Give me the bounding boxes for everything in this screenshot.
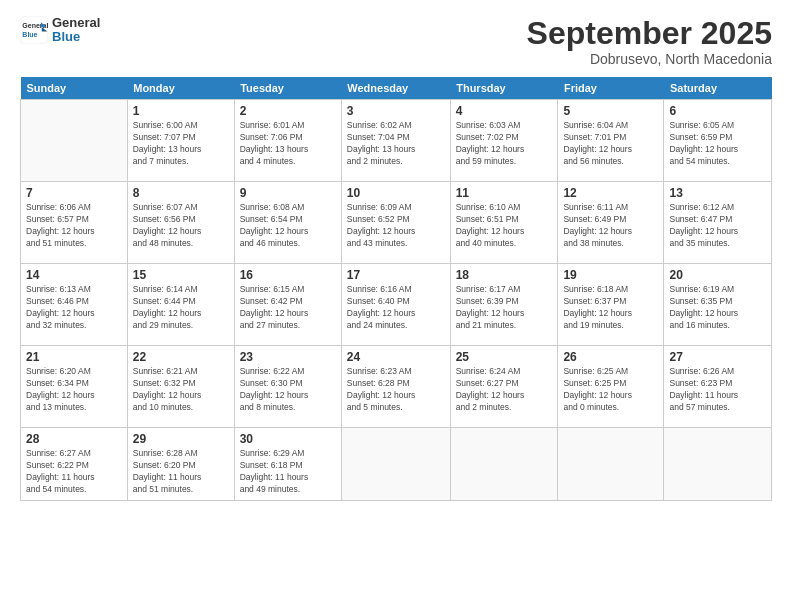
date-number: 5	[563, 104, 658, 118]
calendar-cell: 6Sunrise: 6:05 AM Sunset: 6:59 PM Daylig…	[664, 100, 772, 182]
cell-info: Sunrise: 6:17 AM Sunset: 6:39 PM Dayligh…	[456, 284, 553, 332]
day-header-friday: Friday	[558, 77, 664, 100]
calendar-cell: 16Sunrise: 6:15 AM Sunset: 6:42 PM Dayli…	[234, 264, 341, 346]
week-row-3: 14Sunrise: 6:13 AM Sunset: 6:46 PM Dayli…	[21, 264, 772, 346]
svg-text:Blue: Blue	[22, 31, 37, 38]
cell-info: Sunrise: 6:25 AM Sunset: 6:25 PM Dayligh…	[563, 366, 658, 414]
date-number: 23	[240, 350, 336, 364]
cell-info: Sunrise: 6:09 AM Sunset: 6:52 PM Dayligh…	[347, 202, 445, 250]
cell-info: Sunrise: 6:28 AM Sunset: 6:20 PM Dayligh…	[133, 448, 229, 496]
cell-info: Sunrise: 6:18 AM Sunset: 6:37 PM Dayligh…	[563, 284, 658, 332]
date-number: 10	[347, 186, 445, 200]
date-number: 7	[26, 186, 122, 200]
calendar-cell: 18Sunrise: 6:17 AM Sunset: 6:39 PM Dayli…	[450, 264, 558, 346]
page-header: General Blue General Blue September 2025…	[20, 16, 772, 67]
cell-info: Sunrise: 6:29 AM Sunset: 6:18 PM Dayligh…	[240, 448, 336, 496]
calendar-cell	[450, 428, 558, 501]
date-number: 13	[669, 186, 766, 200]
calendar-cell: 14Sunrise: 6:13 AM Sunset: 6:46 PM Dayli…	[21, 264, 128, 346]
calendar-cell	[558, 428, 664, 501]
days-header-row: SundayMondayTuesdayWednesdayThursdayFrid…	[21, 77, 772, 100]
cell-info: Sunrise: 6:02 AM Sunset: 7:04 PM Dayligh…	[347, 120, 445, 168]
day-header-thursday: Thursday	[450, 77, 558, 100]
date-number: 15	[133, 268, 229, 282]
cell-info: Sunrise: 6:03 AM Sunset: 7:02 PM Dayligh…	[456, 120, 553, 168]
date-number: 28	[26, 432, 122, 446]
calendar-cell: 11Sunrise: 6:10 AM Sunset: 6:51 PM Dayli…	[450, 182, 558, 264]
date-number: 8	[133, 186, 229, 200]
cell-info: Sunrise: 6:20 AM Sunset: 6:34 PM Dayligh…	[26, 366, 122, 414]
calendar-cell: 22Sunrise: 6:21 AM Sunset: 6:32 PM Dayli…	[127, 346, 234, 428]
cell-info: Sunrise: 6:19 AM Sunset: 6:35 PM Dayligh…	[669, 284, 766, 332]
date-number: 9	[240, 186, 336, 200]
cell-info: Sunrise: 6:22 AM Sunset: 6:30 PM Dayligh…	[240, 366, 336, 414]
week-row-2: 7Sunrise: 6:06 AM Sunset: 6:57 PM Daylig…	[21, 182, 772, 264]
date-number: 6	[669, 104, 766, 118]
day-header-sunday: Sunday	[21, 77, 128, 100]
logo-line1: General	[52, 16, 100, 30]
calendar-cell: 10Sunrise: 6:09 AM Sunset: 6:52 PM Dayli…	[341, 182, 450, 264]
day-header-monday: Monday	[127, 77, 234, 100]
calendar-cell: 24Sunrise: 6:23 AM Sunset: 6:28 PM Dayli…	[341, 346, 450, 428]
date-number: 22	[133, 350, 229, 364]
date-number: 27	[669, 350, 766, 364]
calendar-cell: 1Sunrise: 6:00 AM Sunset: 7:07 PM Daylig…	[127, 100, 234, 182]
cell-info: Sunrise: 6:21 AM Sunset: 6:32 PM Dayligh…	[133, 366, 229, 414]
date-number: 29	[133, 432, 229, 446]
week-row-4: 21Sunrise: 6:20 AM Sunset: 6:34 PM Dayli…	[21, 346, 772, 428]
week-row-5: 28Sunrise: 6:27 AM Sunset: 6:22 PM Dayli…	[21, 428, 772, 501]
cell-info: Sunrise: 6:14 AM Sunset: 6:44 PM Dayligh…	[133, 284, 229, 332]
day-header-saturday: Saturday	[664, 77, 772, 100]
date-number: 3	[347, 104, 445, 118]
calendar-cell: 3Sunrise: 6:02 AM Sunset: 7:04 PM Daylig…	[341, 100, 450, 182]
date-number: 25	[456, 350, 553, 364]
calendar-cell: 5Sunrise: 6:04 AM Sunset: 7:01 PM Daylig…	[558, 100, 664, 182]
cell-info: Sunrise: 6:26 AM Sunset: 6:23 PM Dayligh…	[669, 366, 766, 414]
cell-info: Sunrise: 6:15 AM Sunset: 6:42 PM Dayligh…	[240, 284, 336, 332]
calendar-cell: 27Sunrise: 6:26 AM Sunset: 6:23 PM Dayli…	[664, 346, 772, 428]
calendar-cell: 30Sunrise: 6:29 AM Sunset: 6:18 PM Dayli…	[234, 428, 341, 501]
day-header-wednesday: Wednesday	[341, 77, 450, 100]
location-subtitle: Dobrusevo, North Macedonia	[527, 51, 772, 67]
calendar-cell: 13Sunrise: 6:12 AM Sunset: 6:47 PM Dayli…	[664, 182, 772, 264]
cell-info: Sunrise: 6:11 AM Sunset: 6:49 PM Dayligh…	[563, 202, 658, 250]
cell-info: Sunrise: 6:05 AM Sunset: 6:59 PM Dayligh…	[669, 120, 766, 168]
cell-info: Sunrise: 6:01 AM Sunset: 7:06 PM Dayligh…	[240, 120, 336, 168]
calendar-cell: 25Sunrise: 6:24 AM Sunset: 6:27 PM Dayli…	[450, 346, 558, 428]
calendar-cell: 12Sunrise: 6:11 AM Sunset: 6:49 PM Dayli…	[558, 182, 664, 264]
date-number: 26	[563, 350, 658, 364]
logo: General Blue General Blue	[20, 16, 100, 45]
date-number: 1	[133, 104, 229, 118]
calendar-cell	[341, 428, 450, 501]
date-number: 11	[456, 186, 553, 200]
calendar-cell: 26Sunrise: 6:25 AM Sunset: 6:25 PM Dayli…	[558, 346, 664, 428]
month-title: September 2025	[527, 16, 772, 51]
calendar-table: SundayMondayTuesdayWednesdayThursdayFrid…	[20, 77, 772, 501]
calendar-cell: 7Sunrise: 6:06 AM Sunset: 6:57 PM Daylig…	[21, 182, 128, 264]
date-number: 2	[240, 104, 336, 118]
calendar-cell: 20Sunrise: 6:19 AM Sunset: 6:35 PM Dayli…	[664, 264, 772, 346]
calendar-cell: 8Sunrise: 6:07 AM Sunset: 6:56 PM Daylig…	[127, 182, 234, 264]
day-header-tuesday: Tuesday	[234, 77, 341, 100]
calendar-cell: 9Sunrise: 6:08 AM Sunset: 6:54 PM Daylig…	[234, 182, 341, 264]
week-row-1: 1Sunrise: 6:00 AM Sunset: 7:07 PM Daylig…	[21, 100, 772, 182]
cell-info: Sunrise: 6:08 AM Sunset: 6:54 PM Dayligh…	[240, 202, 336, 250]
logo-line2: Blue	[52, 30, 100, 44]
calendar-cell	[21, 100, 128, 182]
calendar-cell: 17Sunrise: 6:16 AM Sunset: 6:40 PM Dayli…	[341, 264, 450, 346]
calendar-cell: 29Sunrise: 6:28 AM Sunset: 6:20 PM Dayli…	[127, 428, 234, 501]
date-number: 20	[669, 268, 766, 282]
calendar-cell	[664, 428, 772, 501]
title-block: September 2025 Dobrusevo, North Macedoni…	[527, 16, 772, 67]
date-number: 16	[240, 268, 336, 282]
date-number: 17	[347, 268, 445, 282]
calendar-cell: 28Sunrise: 6:27 AM Sunset: 6:22 PM Dayli…	[21, 428, 128, 501]
date-number: 19	[563, 268, 658, 282]
cell-info: Sunrise: 6:16 AM Sunset: 6:40 PM Dayligh…	[347, 284, 445, 332]
date-number: 12	[563, 186, 658, 200]
cell-info: Sunrise: 6:00 AM Sunset: 7:07 PM Dayligh…	[133, 120, 229, 168]
calendar-cell: 4Sunrise: 6:03 AM Sunset: 7:02 PM Daylig…	[450, 100, 558, 182]
cell-info: Sunrise: 6:10 AM Sunset: 6:51 PM Dayligh…	[456, 202, 553, 250]
cell-info: Sunrise: 6:04 AM Sunset: 7:01 PM Dayligh…	[563, 120, 658, 168]
cell-info: Sunrise: 6:12 AM Sunset: 6:47 PM Dayligh…	[669, 202, 766, 250]
